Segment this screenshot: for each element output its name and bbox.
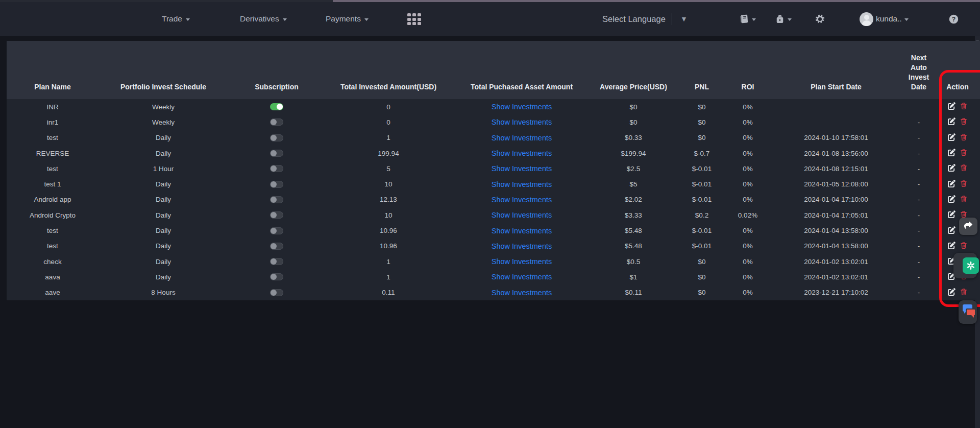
show-investments-link[interactable]: Show Investments bbox=[492, 103, 552, 111]
trash-icon[interactable] bbox=[960, 133, 967, 141]
show-investments-link[interactable]: Show Investments bbox=[492, 211, 552, 219]
subscription-toggle[interactable] bbox=[270, 289, 283, 296]
schedule-cell: Daily bbox=[99, 146, 228, 161]
share-arrow-icon bbox=[964, 221, 973, 231]
user-menu[interactable]: kunda.. bbox=[860, 2, 909, 36]
trash-icon[interactable] bbox=[960, 102, 967, 110]
schedule-cell: Daily bbox=[99, 239, 228, 254]
chat-extension-button[interactable] bbox=[959, 300, 977, 324]
total-invested-cell: 1 bbox=[325, 130, 452, 146]
edit-icon[interactable] bbox=[948, 164, 955, 172]
settings-button[interactable] bbox=[815, 2, 825, 36]
show-investments-link[interactable]: Show Investments bbox=[492, 118, 552, 126]
total-invested-cell: 10 bbox=[325, 207, 452, 223]
subscription-toggle[interactable] bbox=[270, 273, 283, 280]
table-row: testDaily10.96Show Investments$5.48$-0.0… bbox=[7, 239, 980, 254]
wallet-menu[interactable] bbox=[775, 2, 792, 36]
apps-grid-icon[interactable] bbox=[407, 13, 421, 25]
pnl-cell: $0 bbox=[675, 99, 728, 114]
show-investments-link[interactable]: Show Investments bbox=[492, 257, 552, 266]
trash-icon[interactable] bbox=[960, 242, 967, 249]
edit-icon[interactable] bbox=[948, 102, 955, 110]
share-extension-button[interactable] bbox=[959, 218, 977, 235]
action-cell bbox=[933, 239, 980, 254]
show-investments-link[interactable]: Show Investments bbox=[492, 180, 552, 188]
plan-name-cell: check bbox=[7, 254, 99, 269]
subscription-toggle[interactable] bbox=[270, 134, 283, 141]
help-button[interactable]: ? bbox=[948, 2, 959, 36]
edit-icon[interactable] bbox=[948, 149, 955, 156]
subscription-toggle[interactable] bbox=[270, 243, 283, 250]
average-price-cell: $5.48 bbox=[592, 223, 675, 238]
edit-icon[interactable] bbox=[948, 117, 955, 125]
book-icon bbox=[739, 14, 749, 24]
subscription-toggle[interactable] bbox=[270, 211, 283, 219]
col-plan-name: Plan Name bbox=[7, 41, 99, 99]
start-date-cell: 2024-01-08 12:15:01 bbox=[767, 161, 905, 176]
trash-icon[interactable] bbox=[960, 210, 967, 218]
nav-menu-trade[interactable]: Trade bbox=[162, 2, 190, 36]
orders-book-menu[interactable] bbox=[739, 2, 756, 36]
plan-name-cell: INR bbox=[7, 99, 99, 114]
total-invested-cell: 0.11 bbox=[325, 285, 452, 300]
show-investments-link[interactable]: Show Investments bbox=[492, 196, 552, 204]
plan-name-cell: Android Crypto bbox=[7, 207, 99, 223]
show-investments-link[interactable]: Show Investments bbox=[492, 164, 552, 173]
action-cell bbox=[933, 161, 980, 176]
edit-icon[interactable] bbox=[948, 242, 955, 249]
action-cell bbox=[933, 285, 980, 300]
trash-icon[interactable] bbox=[960, 149, 967, 156]
subscription-toggle[interactable] bbox=[270, 258, 283, 265]
plan-name-cell: test bbox=[7, 130, 99, 146]
subscription-toggle[interactable] bbox=[270, 165, 283, 172]
subscription-cell bbox=[228, 176, 325, 192]
purchased-asset-cell: Show Investments bbox=[452, 161, 592, 176]
plan-name-cell: test bbox=[7, 239, 99, 254]
show-investments-link[interactable]: Show Investments bbox=[492, 242, 552, 250]
next-auto-invest-cell: - bbox=[905, 223, 933, 238]
subscription-toggle[interactable] bbox=[270, 150, 283, 157]
edit-icon[interactable] bbox=[948, 210, 955, 218]
subscription-cell bbox=[228, 130, 325, 146]
show-investments-link[interactable]: Show Investments bbox=[492, 227, 552, 235]
edit-icon[interactable] bbox=[948, 195, 955, 203]
schedule-cell: Daily bbox=[99, 207, 228, 223]
trash-icon[interactable] bbox=[960, 117, 967, 125]
trash-icon[interactable] bbox=[960, 164, 967, 172]
subscription-toggle[interactable] bbox=[270, 103, 283, 110]
trash-icon[interactable] bbox=[960, 180, 967, 187]
start-date-cell: 2024-01-04 13:58:00 bbox=[767, 239, 905, 254]
subscription-toggle[interactable] bbox=[270, 196, 283, 203]
nav-menu-derivatives[interactable]: Derivatives bbox=[240, 2, 287, 36]
edit-icon[interactable] bbox=[948, 180, 955, 187]
trash-icon[interactable] bbox=[960, 195, 967, 203]
subscription-toggle[interactable] bbox=[270, 227, 283, 234]
subscription-cell bbox=[228, 146, 325, 161]
purchased-asset-cell: Show Investments bbox=[452, 99, 592, 114]
subscription-toggle[interactable] bbox=[270, 181, 283, 188]
username: kunda.. bbox=[876, 14, 902, 23]
edit-icon[interactable] bbox=[948, 226, 955, 234]
show-investments-link[interactable]: Show Investments bbox=[492, 273, 552, 281]
subscription-cell bbox=[228, 99, 325, 114]
subscription-toggle[interactable] bbox=[270, 118, 283, 126]
show-investments-link[interactable]: Show Investments bbox=[492, 134, 552, 142]
nav-menu-payments[interactable]: Payments bbox=[326, 2, 369, 36]
col-average-price: Average Price(USD) bbox=[592, 41, 675, 99]
schedule-cell: Daily bbox=[99, 130, 228, 146]
purchased-asset-cell: Show Investments bbox=[452, 146, 592, 161]
subscription-cell bbox=[228, 192, 325, 207]
subscription-cell bbox=[228, 239, 325, 254]
language-selector[interactable]: Select Language bbox=[602, 2, 666, 36]
edit-icon[interactable] bbox=[948, 288, 955, 296]
show-investments-link[interactable]: Show Investments bbox=[492, 289, 552, 297]
divider bbox=[672, 13, 672, 25]
language-dropdown-arrow-icon[interactable]: ▼ bbox=[680, 15, 688, 23]
trash-icon[interactable] bbox=[960, 288, 967, 296]
edit-icon[interactable] bbox=[948, 133, 955, 141]
chatgpt-extension-button[interactable] bbox=[953, 253, 977, 278]
show-investments-link[interactable]: Show Investments bbox=[492, 149, 552, 157]
chevron-down-icon bbox=[788, 18, 792, 21]
purchased-asset-cell: Show Investments bbox=[452, 269, 592, 284]
roi-cell: 0% bbox=[728, 239, 767, 254]
